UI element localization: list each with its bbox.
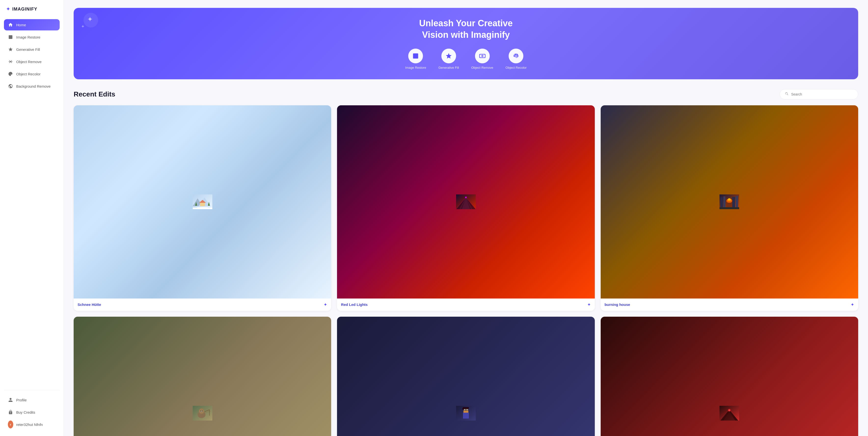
svg-rect-13: [200, 203, 205, 206]
image-card-pixel[interactable]: Pixel Character ✦: [337, 317, 594, 436]
profile-icon: [8, 397, 13, 403]
sidebar-item-background-remove[interactable]: Background Remove: [4, 81, 60, 92]
card-footer-burning-house: burning house ✦: [601, 299, 858, 311]
sidebar-item-generative-fill[interactable]: Generative Fill: [4, 44, 60, 55]
hero-tool-image-restore[interactable]: Image Restore: [405, 49, 426, 69]
svg-rect-38: [719, 207, 739, 209]
search-box[interactable]: [780, 89, 858, 99]
sidebar-label-buy-credits: Buy Credits: [16, 410, 35, 414]
sidebar-label-profile: Profile: [16, 398, 27, 402]
object-recolor-icon: [8, 71, 13, 76]
svg-rect-0: [8, 61, 13, 62]
hero-tool-label-image-restore: Image Restore: [405, 66, 426, 69]
svg-rect-55: [464, 409, 465, 410]
image-card-red-led[interactable]: Red Led Lights ✦: [337, 105, 594, 311]
image-thumb-schnee: [74, 105, 331, 299]
nav-menu: Home Image Restore Generative Fill Objec…: [4, 19, 60, 386]
hero-tool-icon-object-remove: [475, 49, 490, 63]
search-icon: [785, 92, 789, 97]
home-icon: [8, 22, 13, 28]
hero-tool-object-remove[interactable]: Object Remove: [471, 49, 493, 69]
hero-title: Unleash Your CreativeVision with Imagini…: [88, 18, 843, 41]
image-card-sloth[interactable]: Sloth Archer ✦: [74, 317, 331, 436]
image-card-red-hallway[interactable]: Red Hallway ✦: [601, 317, 858, 436]
sparkle-action-burning-house[interactable]: ✦: [850, 302, 854, 307]
sidebar: ✦ IMAGINIFY Home Image Restore Generativ…: [0, 0, 64, 436]
card-title-burning-house: burning house: [604, 303, 630, 307]
buy-credits-icon: [8, 409, 13, 415]
object-remove-icon: [8, 59, 13, 64]
hero-tool-generative-fill[interactable]: Generative Fill: [438, 49, 459, 69]
svg-rect-32: [736, 196, 738, 209]
image-thumb-pixel: [337, 317, 594, 436]
logo: ✦ IMAGINIFY: [4, 6, 60, 12]
image-restore-icon: [8, 34, 13, 40]
svg-rect-60: [463, 413, 469, 418]
image-grid: Schnee Hütte ✦: [74, 105, 858, 436]
sparkle-action-schnee[interactable]: ✦: [323, 302, 327, 307]
image-thumb-sloth: [74, 317, 331, 436]
sidebar-label-object-remove: Object Remove: [16, 60, 41, 64]
image-thumb-red-led: [337, 105, 594, 299]
hero-tools: Image Restore Generative Fill Object Rem…: [88, 49, 843, 69]
avatar: r: [8, 422, 13, 427]
sidebar-item-buy-credits[interactable]: Buy Credits: [4, 407, 60, 418]
section-header: Recent Edits: [74, 89, 858, 99]
sidebar-label-home: Home: [16, 23, 26, 27]
svg-point-45: [202, 411, 203, 411]
hero-tool-label-object-remove: Object Remove: [471, 66, 493, 69]
card-title-red-led: Red Led Lights: [341, 303, 368, 307]
svg-point-37: [728, 198, 731, 200]
sidebar-label-object-recolor: Object Recolor: [16, 72, 40, 76]
hero-tool-icon-generative-fill: [441, 49, 456, 63]
card-footer-schnee: Schnee Hütte ✦: [74, 299, 331, 311]
hero-tool-object-recolor[interactable]: Object Recolor: [505, 49, 527, 69]
sparkle-icon-1: ✦: [87, 15, 93, 23]
card-title-schnee: Schnee Hütte: [78, 303, 101, 307]
image-thumb-red-hallway: [601, 317, 858, 436]
hero-tool-icon-object-recolor: [508, 49, 523, 63]
image-card-burning-house[interactable]: burning house ✦: [601, 105, 858, 311]
sidebar-item-home[interactable]: Home: [4, 19, 60, 30]
sidebar-item-image-restore[interactable]: Image Restore: [4, 31, 60, 43]
logo-icon: ✦: [6, 6, 10, 12]
sidebar-label-background-remove: Background Remove: [16, 84, 51, 88]
hero-banner: ✦ ✦ Unleash Your CreativeVision with Ima…: [74, 8, 858, 79]
sparkle-action-red-led[interactable]: ✦: [587, 302, 591, 307]
sidebar-username: reter32hut Nfnfn: [16, 423, 43, 427]
main-content: ✦ ✦ Unleash Your CreativeVision with Ima…: [64, 0, 868, 436]
sidebar-label-generative-fill: Generative Fill: [16, 48, 40, 52]
sidebar-item-object-recolor[interactable]: Object Recolor: [4, 68, 60, 80]
logo-text: IMAGINIFY: [12, 7, 37, 12]
sidebar-label-image-restore: Image Restore: [16, 35, 40, 39]
hero-tool-label-generative-fill: Generative Fill: [438, 66, 459, 69]
sparkle-icon-2: ✦: [81, 24, 85, 29]
image-thumb-burning-house: [601, 105, 858, 299]
generative-fill-icon: [8, 46, 13, 52]
hero-tool-label-object-recolor: Object Recolor: [505, 66, 527, 69]
recent-edits-section: Recent Edits: [74, 89, 858, 436]
sidebar-item-profile[interactable]: Profile: [4, 394, 60, 406]
section-title: Recent Edits: [74, 90, 115, 98]
svg-point-44: [200, 411, 201, 411]
svg-point-18: [197, 207, 209, 208]
search-input[interactable]: [791, 92, 853, 96]
sidebar-item-object-remove[interactable]: Object Remove: [4, 56, 60, 67]
sidebar-bottom: Profile Buy Credits r reter32hut Nfnfn: [4, 390, 60, 430]
svg-point-27: [465, 197, 467, 198]
image-card-schnee[interactable]: Schnee Hütte ✦: [74, 105, 331, 311]
svg-point-70: [728, 409, 730, 411]
background-remove-icon: [8, 84, 13, 89]
hero-tool-icon-image-restore: [408, 49, 423, 63]
svg-rect-56: [467, 409, 467, 410]
sidebar-item-user[interactable]: r reter32hut Nfnfn: [4, 419, 60, 430]
card-footer-red-led: Red Led Lights ✦: [337, 299, 594, 311]
